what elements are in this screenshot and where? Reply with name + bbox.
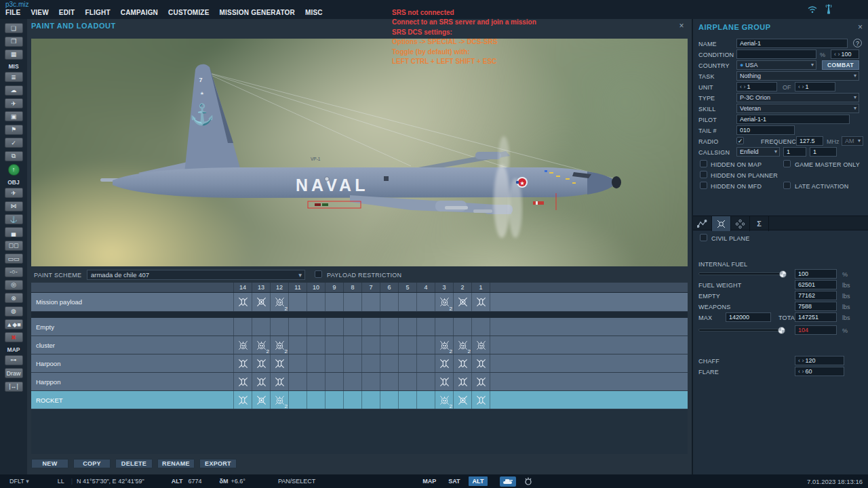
pylon-cell-4[interactable] <box>416 354 435 372</box>
pylon-cell-5[interactable] <box>398 354 416 372</box>
vehicle-icon[interactable]: ▄ <box>5 227 23 237</box>
hidden-on-planner-checkbox[interactable] <box>700 171 707 178</box>
pylon-cell-14[interactable] <box>233 336 252 354</box>
pylon-cell-10[interactable] <box>307 391 325 409</box>
menu-customize[interactable]: CUSTOMIZE <box>168 9 210 16</box>
loadout-row-label[interactable]: Harppon <box>31 373 233 390</box>
pylon-cell-5[interactable] <box>398 391 416 409</box>
flare-spinner[interactable]: ‹ ›60 <box>795 367 844 376</box>
pylon-cell-2[interactable] <box>453 373 471 390</box>
callsign-num2-input[interactable]: 1 <box>810 147 837 157</box>
frequency-input[interactable]: 127.5 <box>796 136 823 146</box>
aircraft-plan-icon[interactable]: ✈ <box>5 98 23 108</box>
help-button[interactable]: ? <box>853 39 862 47</box>
pylon-cell-6[interactable] <box>380 318 398 336</box>
pylon-cell-2[interactable] <box>453 354 471 372</box>
pylon-cell-1[interactable] <box>471 293 490 311</box>
pylon-cell-11[interactable] <box>288 318 307 336</box>
pylon-cell-1[interactable] <box>471 336 490 354</box>
pylon-cell-7[interactable] <box>361 293 380 311</box>
game-master-only-checkbox[interactable] <box>783 160 791 167</box>
hidden-on-mfd-checkbox[interactable] <box>700 182 707 189</box>
shapes-icon[interactable]: ▲◆■ <box>5 319 23 329</box>
country-dropdown[interactable]: ● USA▾ <box>736 60 816 70</box>
delete-button[interactable]: DELETE <box>115 459 153 468</box>
pylon-cell-4[interactable] <box>416 373 435 390</box>
radio-checkbox[interactable]: ✓ <box>736 137 744 144</box>
unit-list-icon[interactable]: ▣ <box>5 111 23 121</box>
pylon-cell-14[interactable] <box>233 354 252 372</box>
pylon-cell-14[interactable] <box>233 318 252 336</box>
airplane-icon[interactable]: ✈ <box>5 188 23 198</box>
pylon-cell-1[interactable] <box>471 373 490 390</box>
pylon-cell-7[interactable] <box>361 318 380 336</box>
pylon-cell-4[interactable] <box>416 318 435 336</box>
pylon-cell-9[interactable] <box>325 354 343 372</box>
hidden-on-map-checkbox[interactable] <box>700 160 707 167</box>
callsign-num1-input[interactable]: 1 <box>783 147 806 157</box>
pylon-cell-11[interactable] <box>288 354 307 372</box>
pylon-cell-12[interactable]: 2 <box>270 293 288 311</box>
pylon-cell-5[interactable] <box>398 336 416 354</box>
pylon-cell-2[interactable] <box>453 391 471 409</box>
preset-row[interactable]: cluster2222 <box>31 336 688 354</box>
internal-fuel-input[interactable]: 100 <box>795 269 837 279</box>
menu-view[interactable]: VIEW <box>31 9 48 16</box>
pylon-cell-8[interactable] <box>343 354 361 372</box>
preset-row[interactable]: Empty <box>31 318 688 336</box>
overload-percent-input[interactable]: 104 <box>795 325 837 335</box>
pylon-cell-3[interactable] <box>435 318 453 336</box>
coord-system-label[interactable]: LL <box>58 478 64 485</box>
tab-aircraft-options[interactable] <box>731 216 750 231</box>
open-mission-icon[interactable]: ❒ <box>5 37 23 47</box>
pylon-cell-7[interactable] <box>361 391 380 409</box>
show-units-button[interactable] <box>500 476 516 487</box>
fuel-weight-input[interactable]: 62501 <box>795 280 837 289</box>
pylon-cell-6[interactable] <box>380 354 398 372</box>
pylon-cell-10[interactable] <box>307 293 325 311</box>
pylon-cell-10[interactable] <box>307 318 325 336</box>
menu-campaign[interactable]: CAMPAIGN <box>121 9 158 16</box>
pylon-cell-5[interactable] <box>398 373 416 390</box>
slider-thumb[interactable] <box>778 327 785 334</box>
tab-payload[interactable] <box>712 216 731 231</box>
pylon-cell-3[interactable] <box>435 373 453 390</box>
ship-icon[interactable]: ⚓ <box>5 214 23 224</box>
pylon-cell-4[interactable] <box>416 336 435 354</box>
triggers-icon[interactable]: ⚑ <box>5 125 23 135</box>
pylon-cell-9[interactable] <box>325 318 343 336</box>
pylon-cell-8[interactable] <box>343 318 361 336</box>
weight-overload-slider[interactable] <box>698 329 785 331</box>
train-icon[interactable]: ▭▭ <box>5 253 23 264</box>
menu-mission-generator[interactable]: MISSION GENERATOR <box>220 9 295 16</box>
weapons-weight-input[interactable]: 7588 <box>795 302 837 311</box>
pylon-cell-10[interactable] <box>307 373 325 390</box>
pylon-cell-4[interactable] <box>416 391 435 409</box>
copy-button[interactable]: COPY <box>73 459 111 468</box>
preset-row[interactable]: Harpoon <box>31 354 688 373</box>
pylon-cell-9[interactable] <box>325 336 343 354</box>
payload-restriction-checkbox[interactable] <box>315 270 322 278</box>
preset-row-selected[interactable]: ROCKET22 <box>31 391 688 409</box>
pylon-cell-5[interactable] <box>398 293 416 311</box>
delete-icon[interactable]: ✖ <box>5 332 23 342</box>
pylon-cell-7[interactable] <box>361 354 380 372</box>
total-weight-input[interactable]: 147251 <box>795 312 837 322</box>
pylon-cell-5[interactable] <box>398 318 416 336</box>
pilot-input[interactable]: Aerial-1-1 <box>736 115 850 124</box>
helicopter-icon[interactable]: ⋈ <box>5 201 23 211</box>
pylon-cell-1[interactable] <box>471 318 490 336</box>
wifi-icon[interactable] <box>807 5 818 17</box>
modulation-dropdown[interactable]: AM▾ <box>842 136 863 146</box>
close-icon[interactable]: × <box>858 22 863 32</box>
late-activation-checkbox[interactable] <box>783 182 791 189</box>
preset-row[interactable]: Harppon <box>31 373 688 391</box>
tail-number-input[interactable]: 010 <box>736 125 795 135</box>
loadout-row-label[interactable]: cluster <box>31 336 233 354</box>
new-button[interactable]: NEW <box>31 459 68 468</box>
civil-plane-checkbox[interactable] <box>700 234 707 241</box>
pylon-cell-14[interactable] <box>233 293 252 311</box>
pylon-cell-14[interactable] <box>233 391 252 409</box>
pylon-cell-9[interactable] <box>325 373 343 390</box>
pylon-cell-9[interactable] <box>325 391 343 409</box>
